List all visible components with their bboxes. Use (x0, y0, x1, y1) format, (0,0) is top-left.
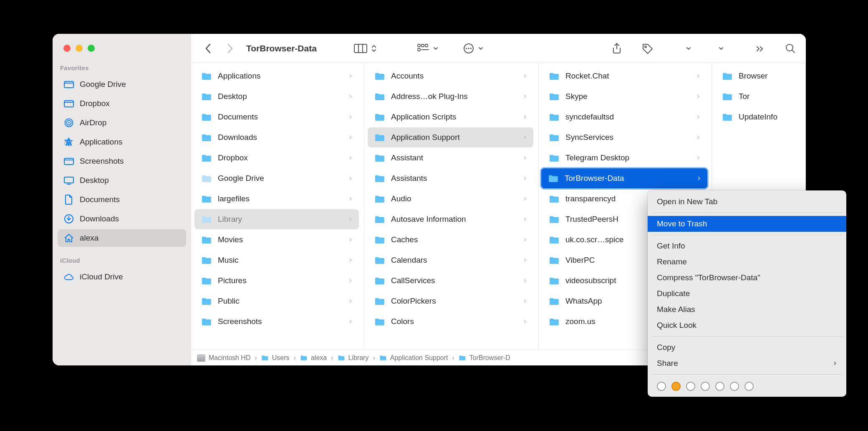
path-segment[interactable]: Application Support (379, 354, 448, 362)
list-item[interactable]: Rocket.Chat (542, 66, 707, 86)
list-item[interactable]: Dropbox (194, 148, 359, 168)
tag-dot[interactable] (671, 382, 681, 391)
zoom-button[interactable] (88, 45, 95, 52)
folder-icon (374, 92, 385, 101)
sidebar-item-screenshots[interactable]: Screenshots (58, 152, 186, 170)
sidebar-item-documents[interactable]: Documents (58, 191, 186, 208)
tag-dot[interactable] (657, 382, 666, 391)
overflow-button[interactable] (756, 41, 764, 56)
list-item[interactable]: Google Drive (194, 168, 359, 188)
list-item[interactable]: Public (194, 291, 359, 311)
list-item[interactable]: Assistants (368, 168, 533, 188)
list-item[interactable]: Documents (194, 107, 359, 127)
list-item[interactable]: Applications (194, 66, 359, 86)
list-item[interactable]: Library (194, 209, 359, 229)
menu-item[interactable]: Copy (648, 340, 846, 355)
dropdown-button-2[interactable] (718, 41, 724, 56)
sidebar-item-dropbox[interactable]: Dropbox (58, 95, 186, 112)
path-segment[interactable]: Library (338, 354, 369, 362)
sidebar-item-home[interactable]: alexa (58, 229, 186, 247)
sidebar-item-label: Dropbox (80, 99, 110, 108)
list-item[interactable]: Tor (715, 86, 800, 106)
sidebar-item-downloads[interactable]: Downloads (58, 210, 186, 228)
menu-item[interactable]: Duplicate (648, 286, 846, 302)
back-button[interactable] (201, 41, 215, 56)
minimize-button[interactable] (76, 45, 83, 52)
list-item[interactable]: Caches (368, 230, 533, 250)
close-button[interactable] (63, 45, 71, 52)
path-segment[interactable]: Macintosh HD (197, 354, 250, 362)
sidebar-item-google-drive[interactable]: Google Drive (58, 76, 186, 93)
chevron-right-icon (523, 72, 527, 80)
menu-item[interactable]: Get Info (648, 238, 846, 254)
action-menu-button[interactable] (463, 41, 484, 56)
list-item[interactable]: Autosave Information (368, 209, 533, 229)
list-item[interactable]: syncdefaultsd (542, 107, 707, 127)
list-item[interactable]: Pictures (194, 271, 359, 291)
item-label: Pictures (218, 276, 247, 285)
list-item[interactable]: Accounts (368, 66, 533, 86)
tags-button[interactable] (641, 41, 654, 56)
list-item[interactable]: Calendars (368, 250, 533, 270)
sidebar-item-airdrop[interactable]: AirDrop (58, 114, 186, 132)
list-item[interactable]: Application Scripts (368, 107, 533, 127)
forward-button[interactable] (223, 41, 237, 56)
download-icon (63, 213, 74, 224)
list-item[interactable]: Downloads (194, 127, 359, 147)
sidebar-item-desktop[interactable]: Desktop (58, 172, 186, 189)
share-button[interactable] (611, 41, 622, 56)
item-label: Caches (391, 235, 418, 244)
view-columns-button[interactable] (353, 41, 377, 56)
menu-item[interactable]: Quick Look (648, 317, 846, 333)
group-button[interactable] (417, 41, 439, 56)
list-item[interactable]: Address…ok Plug-Ins (368, 86, 533, 106)
folder-icon (549, 215, 560, 224)
desktop-icon (63, 175, 74, 186)
menu-item[interactable]: Make Alias (648, 302, 846, 317)
sidebar-item-applications[interactable]: ⍰ Applications (58, 133, 186, 151)
tag-dot[interactable] (744, 382, 754, 391)
column-1[interactable]: ApplicationsDesktopDocumentsDownloadsDro… (191, 63, 364, 350)
list-item[interactable]: Telegram Desktop (542, 148, 707, 168)
list-item[interactable]: largefiles (194, 189, 359, 209)
tag-dot[interactable] (701, 382, 710, 391)
list-item[interactable]: Music (194, 250, 359, 270)
item-label: TrustedPeersH (565, 215, 618, 224)
list-item[interactable]: UpdateInfo (715, 107, 800, 127)
list-item[interactable]: Audio (368, 189, 533, 209)
chevron-right-icon (523, 297, 527, 305)
list-item[interactable]: SyncServices (542, 127, 707, 147)
sidebar-item-icloud-drive[interactable]: iCloud Drive (58, 268, 186, 286)
search-button[interactable] (785, 41, 796, 56)
tag-dot[interactable] (715, 382, 724, 391)
document-icon (63, 194, 74, 205)
list-item[interactable]: TorBrowser-Data (541, 168, 707, 188)
sidebar-item-label: alexa (80, 233, 98, 243)
path-segment[interactable]: TorBrowser-D (459, 354, 510, 362)
list-item[interactable]: Skype (542, 86, 707, 106)
tag-dot[interactable] (730, 382, 739, 391)
chevron-right-icon (348, 154, 353, 162)
list-item[interactable]: Screenshots (194, 312, 359, 332)
menu-item[interactable]: Compress "TorBrowser-Data" (648, 270, 846, 286)
list-item[interactable]: CallServices (368, 271, 533, 291)
path-segment[interactable]: Users (261, 354, 290, 362)
menu-item[interactable]: Share (648, 355, 846, 371)
column-2[interactable]: AccountsAddress…ok Plug-InsApplication S… (364, 63, 539, 350)
list-item[interactable]: Movies (194, 230, 359, 250)
path-segment[interactable]: alexa (300, 354, 327, 362)
tag-dot[interactable] (686, 382, 695, 391)
chevron-right-icon (348, 318, 353, 325)
folder-icon (63, 156, 74, 167)
list-item[interactable]: ColorPickers (368, 291, 533, 311)
folder-icon (374, 256, 385, 265)
list-item[interactable]: Browser (715, 66, 800, 86)
menu-item[interactable]: Rename (648, 254, 846, 270)
menu-item[interactable]: Open in New Tab (648, 194, 846, 210)
list-item[interactable]: Desktop (194, 86, 359, 106)
list-item[interactable]: Application Support (368, 127, 533, 147)
list-item[interactable]: Colors (368, 312, 533, 332)
dropdown-button-1[interactable] (686, 41, 691, 56)
list-item[interactable]: Assistant (368, 148, 533, 168)
menu-item[interactable]: Move to Trash (648, 216, 846, 232)
